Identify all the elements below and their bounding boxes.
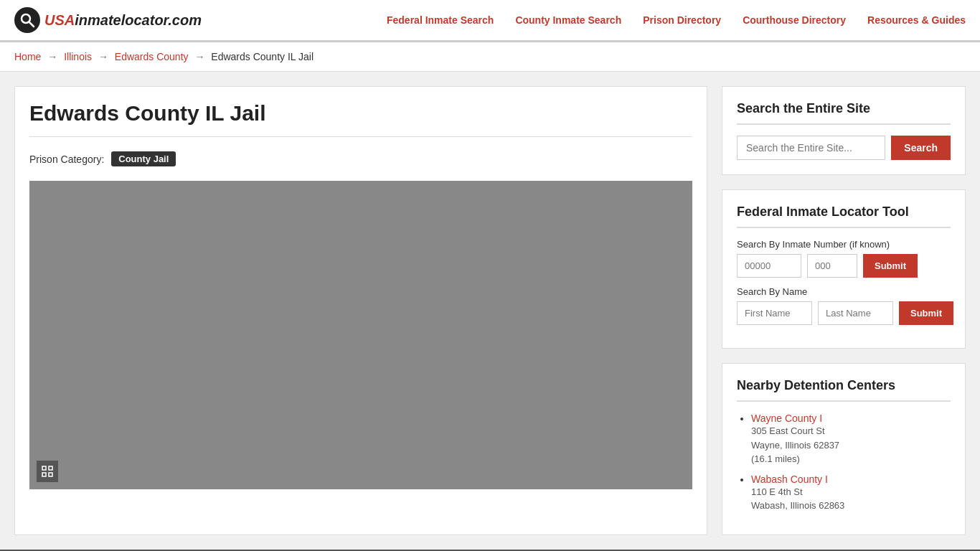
nearby-link-wabash[interactable]: Wabash County I <box>751 474 828 485</box>
nearby-address-wayne-1: 305 East Court St <box>751 424 951 438</box>
inmate-name-row: Submit <box>737 301 951 325</box>
site-search-row: Search <box>737 136 951 160</box>
nearby-list: Wayne County I 305 East Court St Wayne, … <box>737 413 951 513</box>
federal-tool-title: Federal Inmate Locator Tool <box>737 204 951 228</box>
list-item: Wabash County I 110 E 4th St Wabash, Ill… <box>751 474 951 513</box>
nav-resources-guides[interactable]: Resources & Guides <box>867 14 966 26</box>
first-name-input[interactable] <box>737 301 812 325</box>
nearby-address-wabash-2: Wabash, Illinois 62863 <box>751 499 951 513</box>
inmate-number-submit[interactable]: Submit <box>863 254 918 278</box>
prison-category-label: Prison Category: <box>29 154 104 165</box>
logo-text: USAinmatelocator.com <box>44 12 202 29</box>
sidebar: Search the Entire Site Search Federal In… <box>722 86 966 535</box>
federal-inmate-tool: Federal Inmate Locator Tool Search By In… <box>722 189 966 349</box>
svg-rect-5 <box>49 473 52 476</box>
svg-rect-3 <box>49 466 52 470</box>
inmate-name-label: Search By Name <box>737 286 951 297</box>
breadcrumb-current: Edwards County IL Jail <box>211 51 314 62</box>
svg-rect-2 <box>42 466 46 470</box>
breadcrumb-sep-3: → <box>194 51 204 62</box>
logo-icon <box>14 7 40 33</box>
logo-rest: inmatelocator.com <box>75 12 202 28</box>
prison-category-row: Prison Category: County Jail <box>29 151 692 166</box>
breadcrumb-sep-2: → <box>98 51 108 62</box>
svg-line-1 <box>29 22 34 27</box>
search-input[interactable] <box>737 136 885 160</box>
inmate-number-input-2[interactable] <box>807 254 857 278</box>
nav-federal-inmate-search[interactable]: Federal Inmate Search <box>387 14 494 26</box>
breadcrumb-state[interactable]: Illinois <box>64 51 92 62</box>
header: USAinmatelocator.com Federal Inmate Sear… <box>0 0 980 42</box>
breadcrumb: Home → Illinois → Edwards County → Edwar… <box>0 42 980 72</box>
inmate-number-label: Search By Inmate Number (if known) <box>737 239 951 250</box>
nearby-link-wayne[interactable]: Wayne County I <box>751 413 822 424</box>
nearby-detention-box: Nearby Detention Centers Wayne County I … <box>722 363 966 535</box>
logo-usa: USA <box>44 12 75 28</box>
prison-category-badge: County Jail <box>111 151 176 166</box>
last-name-input[interactable] <box>818 301 893 325</box>
main-nav: Federal Inmate Search County Inmate Sear… <box>387 14 966 26</box>
breadcrumb-county[interactable]: Edwards County <box>115 51 189 62</box>
inmate-name-submit[interactable]: Submit <box>899 301 953 325</box>
svg-rect-4 <box>42 473 46 476</box>
search-box: Search the Entire Site Search <box>722 86 966 175</box>
breadcrumb-home[interactable]: Home <box>14 51 41 62</box>
nearby-distance-wayne: (16.1 miles) <box>751 452 951 466</box>
nav-prison-directory[interactable]: Prison Directory <box>643 14 721 26</box>
inmate-number-input-1[interactable] <box>737 254 801 278</box>
main-layout: Edwards County IL Jail Prison Category: … <box>0 72 980 550</box>
search-box-title: Search the Entire Site <box>737 101 951 125</box>
page-title: Edwards County IL Jail <box>29 101 692 137</box>
inmate-number-row: Submit <box>737 254 951 278</box>
nav-county-inmate-search[interactable]: County Inmate Search <box>515 14 621 26</box>
breadcrumb-sep-1: → <box>47 51 57 62</box>
nearby-address-wayne-2: Wayne, Illinois 62837 <box>751 438 951 453</box>
nearby-title: Nearby Detention Centers <box>737 378 951 402</box>
logo-area[interactable]: USAinmatelocator.com <box>14 7 202 33</box>
nearby-address-wabash-1: 110 E 4th St <box>751 485 951 499</box>
search-button[interactable]: Search <box>891 136 951 160</box>
nav-courthouse-directory[interactable]: Courthouse Directory <box>743 14 846 26</box>
content-area: Edwards County IL Jail Prison Category: … <box>14 86 707 535</box>
map-expand-button[interactable] <box>37 461 58 482</box>
map-container <box>29 181 692 489</box>
list-item: Wayne County I 305 East Court St Wayne, … <box>751 413 951 466</box>
